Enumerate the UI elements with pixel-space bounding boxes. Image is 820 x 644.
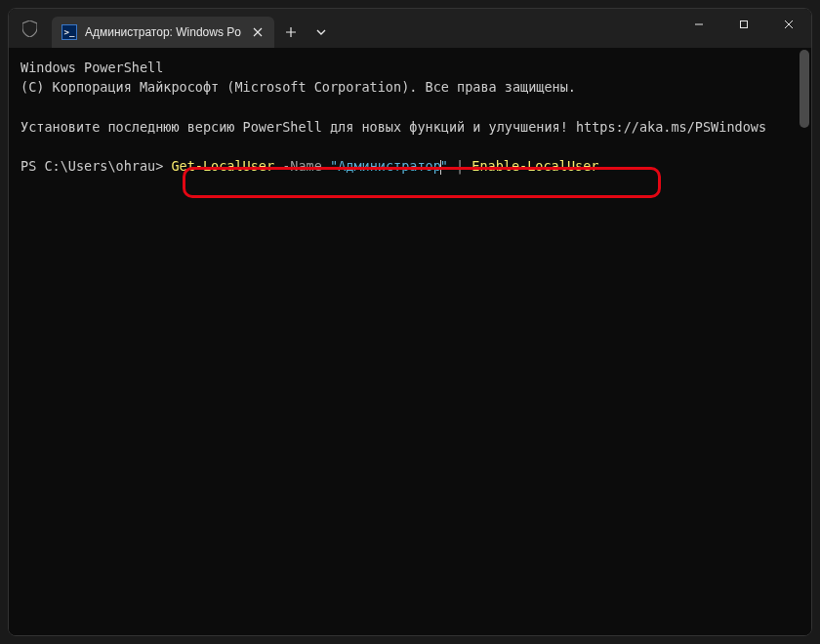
shield-icon	[17, 9, 42, 48]
param-name: -Name	[274, 158, 330, 174]
output-line: Windows PowerShell	[20, 58, 800, 77]
prompt-text: PS C:\Users\ohrau>	[20, 158, 171, 174]
pipe: |	[448, 158, 472, 174]
close-window-button[interactable]	[766, 9, 811, 40]
output-line: (C) Корпорация Майкрософт (Microsoft Cor…	[20, 77, 800, 97]
update-link: https://aka.ms/PSWindows	[576, 119, 766, 135]
prompt-line: PS C:\Users\ohrau> Get-LocalUser -Name "…	[20, 156, 800, 176]
string-arg-end: "	[440, 158, 448, 174]
powershell-icon: >_	[62, 24, 77, 40]
tab-dropdown-button[interactable]	[308, 17, 335, 48]
cmdlet-get: Get-LocalUser	[171, 158, 274, 174]
blank-line	[20, 137, 800, 156]
output-line: Установите последнюю версию PowerShell д…	[20, 117, 800, 137]
window-controls	[676, 9, 811, 48]
minimize-button[interactable]	[676, 9, 721, 40]
blank-line	[20, 98, 800, 117]
string-arg: "Администратор	[330, 158, 441, 174]
new-tab-button[interactable]	[274, 17, 308, 48]
terminal-window: >_ Администратор: Windows Po Window	[8, 8, 812, 636]
close-tab-button[interactable]	[249, 23, 266, 41]
svg-rect-0	[741, 21, 748, 28]
scrollbar-thumb[interactable]	[800, 50, 809, 128]
tab-title: Администратор: Windows Po	[85, 25, 241, 39]
cmdlet-enable: Enable-LocalUser	[472, 158, 598, 174]
titlebar: >_ Администратор: Windows Po	[9, 9, 811, 48]
maximize-button[interactable]	[721, 9, 766, 40]
terminal-body[interactable]: Windows PowerShell (C) Корпорация Майкро…	[9, 48, 811, 635]
tab-powershell[interactable]: >_ Администратор: Windows Po	[52, 17, 274, 48]
